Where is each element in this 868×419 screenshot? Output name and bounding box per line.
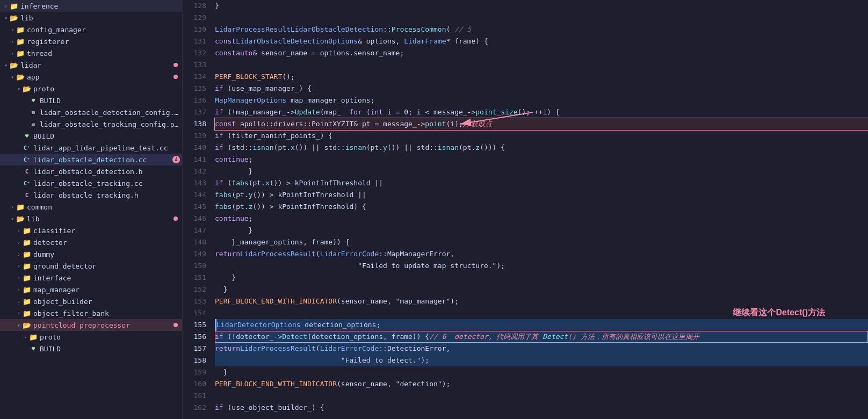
sidebar-item-lidar_app_lidar_pipeline_test.cc[interactable]: C⁺lidar_app_lidar_pipeline_test.cc [0,142,182,154]
code-line: PERF_BLOCK_START(); [215,71,868,83]
line-number: 137 [183,106,206,118]
sidebar-item-lidar_obstacle_detection.cc[interactable]: C⁺lidar_obstacle_detection.cc4 [0,154,182,165]
sidebar-item-BUILD[interactable]: ♥BUILD [0,95,182,106]
sidebar-item-label: proto [40,333,180,341]
code-area[interactable]: } LidarProcessResult LidarObstacleDetect… [211,0,868,414]
sidebar-item-object_filter_bank[interactable]: 📁object_filter_bank [0,307,182,319]
sidebar-item-registerer[interactable]: 📁registerer [0,35,182,47]
dot-badge [173,75,178,79]
code-line: if (use_object_builder_) { [215,402,868,414]
file-icon: 📁 [23,309,31,317]
chevron-icon [15,239,23,246]
code-line: const auto& sensor_name = options.sensor… [215,47,868,59]
sidebar: 📁inference📂lib📁config_manager📁registerer… [0,0,183,419]
line-number: 144 [183,189,206,201]
file-icon: C [23,191,31,199]
line-number: 151 [183,272,206,284]
sidebar-item-label: lidar_obstacle_tracking.h [33,191,180,199]
sidebar-item-label: lidar_obstacle_detection.cc [33,156,170,164]
badge: 4 [172,156,180,163]
code-line: const LidarObstacleDetectionOptions& opt… [215,35,868,47]
sidebar-item-label: BUILD [33,132,180,140]
line-number: 157 [183,343,206,355]
sidebar-item-BUILD2[interactable]: ♥BUILD [0,130,182,142]
sidebar-item-lidar[interactable]: 📂lidar [0,59,182,71]
file-icon: 📂 [10,61,18,69]
code-line: return LidarProcessResult(LidarErrorCode… [215,248,868,260]
file-icon: ≡ [29,108,38,117]
chevron-icon [15,262,23,270]
line-number: 160 [183,378,206,390]
line-number: 132 [183,47,206,59]
file-icon: ≡ [29,120,38,128]
sidebar-item-lidar_obstacle_detection_config.proto[interactable]: ≡lidar_obstacle_detection_config.proto [0,106,182,118]
sidebar-item-lidar_obstacle_detection.h[interactable]: Clidar_obstacle_detection.h [0,165,182,177]
file-icon: 📂 [16,214,25,223]
sidebar-item-lib2[interactable]: 📂lib [0,213,182,225]
sidebar-item-dummy[interactable]: 📁dummy [0,248,182,260]
code-line: if (filter_naninf_points_) { [215,130,868,142]
sidebar-item-BUILD3[interactable]: ♥BUILD [0,343,182,355]
sidebar-item-lidar_obstacle_tracking.h[interactable]: Clidar_obstacle_tracking.h [0,189,182,201]
code-line: LidarProcessResult LidarObstacleDetectio… [215,24,868,35]
annotation-text: 继续看这个Detect()方法 [733,307,825,319]
sidebar-item-label: map_manager [33,286,180,294]
code-line: return LidarProcessResult(LidarErrorCode… [215,343,868,355]
file-icon: 📂 [10,13,18,22]
sidebar-item-proto2[interactable]: 📁proto [0,331,182,343]
sidebar-item-label: detector [33,239,180,247]
sidebar-item-proto[interactable]: 📂proto [0,83,182,95]
sidebar-item-object_builder[interactable]: 📁object_builder [0,295,182,307]
code-line: const apollo::drivers::PointXYZIT& pt = … [215,118,868,130]
line-number: 141 [183,154,206,165]
line-number: 133 [183,59,206,71]
sidebar-item-label: proto [33,85,180,93]
sidebar-item-pointcloud_preprocessor[interactable]: 📂pointcloud_preprocessor [0,319,182,331]
sidebar-item-lidar_obstacle_tracking.cc[interactable]: C⁺lidar_obstacle_tracking.cc [0,177,182,189]
line-number: 154 [183,307,206,319]
code-line: LidarDetectorOptions detection_options; [215,319,868,331]
line-number: 145 [183,201,206,213]
sidebar-item-label: classifier [33,227,180,235]
chevron-icon [15,298,23,305]
sidebar-item-label: lidar_obstacle_tracking_config.proto [40,120,180,128]
sidebar-item-label: interface [33,274,180,282]
code-line [215,12,868,24]
sidebar-item-interface[interactable]: 📁interface [0,272,182,284]
sidebar-item-inference[interactable]: 📁inference [0,0,182,12]
chevron-icon [15,250,23,258]
line-number: 131 [183,35,206,47]
sidebar-item-lidar_obstacle_tracking_config.proto[interactable]: ≡lidar_obstacle_tracking_config.proto [0,118,182,130]
code-line [215,59,868,71]
code-line: } [215,272,868,284]
file-icon: 📁 [23,250,31,258]
code-line: fabs(pt.z()) > kPointInfThreshold) { [215,201,868,213]
code-line [215,390,868,402]
sidebar-item-app[interactable]: 📂app [0,71,182,83]
sidebar-item-label: thread [27,49,180,57]
chevron-icon [15,227,23,234]
sidebar-item-ground_detector[interactable]: 📁ground_detector [0,260,182,272]
sidebar-item-config_manager[interactable]: 📁config_manager [0,24,182,35]
chevron-icon [2,14,10,21]
sidebar-item-thread[interactable]: 📁thread [0,47,182,59]
line-number: 135 [183,83,206,95]
line-number: 138 [183,118,206,130]
sidebar-item-label: object_builder [33,298,180,306]
line-number: 143 [183,177,206,189]
sidebar-item-map_manager[interactable]: 📁map_manager [0,284,182,295]
sidebar-item-classifier[interactable]: 📁classifier [0,225,182,236]
sidebar-item-label: dummy [33,250,180,258]
file-icon: 📁 [29,333,38,341]
sidebar-item-lib[interactable]: 📂lib [0,12,182,24]
sidebar-item-label: pointcloud_preprocessor [33,321,173,329]
code-line: if (fabs(pt.x()) > kPointInfThreshold || [215,177,868,189]
sidebar-item-label: app [27,73,173,81]
sidebar-item-common[interactable]: 📁common [0,201,182,213]
chevron-icon [9,38,16,45]
code-line: } [215,284,868,295]
file-icon: 📂 [23,84,31,93]
sidebar-item-label: common [27,203,180,211]
line-number: 149 [183,248,206,260]
sidebar-item-detector[interactable]: 📁detector [0,236,182,248]
